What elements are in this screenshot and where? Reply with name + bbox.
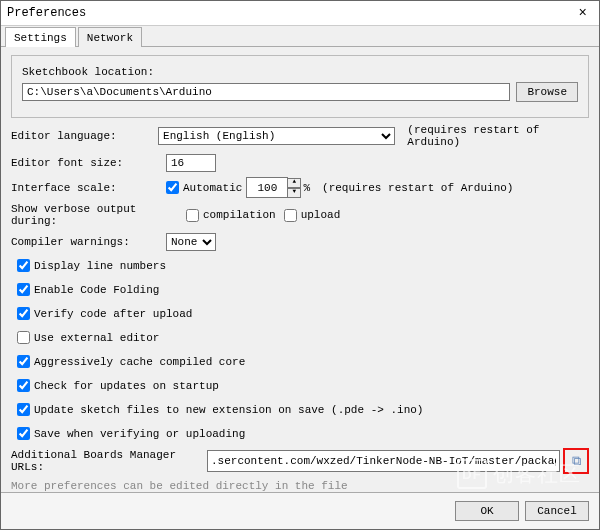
option-checkbox-7[interactable]	[17, 427, 30, 440]
option-checkbox-1[interactable]	[17, 283, 30, 296]
option-checkbox-4[interactable]	[17, 355, 30, 368]
option-label: Save when verifying or uploading	[34, 428, 245, 440]
option-label: Enable Code Folding	[34, 284, 159, 296]
scale-input[interactable]	[246, 177, 288, 198]
dialog-footer: OK Cancel	[1, 492, 599, 529]
option-checkbox-2[interactable]	[17, 307, 30, 320]
option-label: Verify code after upload	[34, 308, 192, 320]
editor-language-note: (requires restart of Arduino)	[407, 124, 589, 148]
editor-language-label: Editor language:	[11, 130, 158, 142]
option-row: Check for updates on startup	[11, 376, 589, 395]
boards-manager-label: Additional Boards Manager URLs:	[11, 449, 207, 473]
font-size-row: Editor font size:	[11, 153, 589, 172]
window-expand-icon: ⧉	[572, 454, 581, 469]
tab-network[interactable]: Network	[78, 27, 142, 47]
compilation-checkbox[interactable]	[186, 209, 199, 222]
more-prefs-note: More preferences can be edited directly …	[11, 480, 589, 492]
titlebar: Preferences ×	[1, 1, 599, 26]
sketchbook-label: Sketchbook location:	[22, 66, 578, 78]
option-row: Use external editor	[11, 328, 589, 347]
sketchbook-group: Sketchbook location: Browse	[11, 55, 589, 118]
sketchbook-path-input[interactable]	[22, 83, 510, 101]
pct-label: %	[303, 182, 310, 194]
option-label: Aggressively cache compiled core	[34, 356, 245, 368]
compiler-warnings-row: Compiler warnings: None	[11, 232, 589, 251]
cancel-button[interactable]: Cancel	[525, 501, 589, 521]
editor-language-select[interactable]: English (English)	[158, 127, 395, 145]
automatic-label: Automatic	[183, 182, 242, 194]
browse-button[interactable]: Browse	[516, 82, 578, 102]
option-checkbox-0[interactable]	[17, 259, 30, 272]
option-row: Verify code after upload	[11, 304, 589, 323]
interface-scale-label: Interface scale:	[11, 182, 166, 194]
verbose-label: Show verbose output during:	[11, 203, 186, 227]
option-label: Display line numbers	[34, 260, 166, 272]
options-list: Display line numbersEnable Code FoldingV…	[11, 256, 589, 443]
interface-scale-row: Interface scale: Automatic ▲▼ % (require…	[11, 177, 589, 198]
boards-manager-expand-button[interactable]: ⧉	[563, 448, 589, 474]
compiler-warnings-select[interactable]: None	[166, 233, 216, 251]
window-title: Preferences	[7, 1, 86, 25]
compilation-label: compilation	[203, 209, 276, 221]
settings-panel: Sketchbook location: Browse Editor langu…	[1, 47, 599, 526]
option-label: Use external editor	[34, 332, 159, 344]
close-icon[interactable]: ×	[573, 1, 593, 25]
font-size-label: Editor font size:	[11, 157, 166, 169]
option-row: Save when verifying or uploading	[11, 424, 589, 443]
scale-spinner[interactable]: ▲▼	[287, 178, 301, 198]
option-label: Check for updates on startup	[34, 380, 219, 392]
ok-button[interactable]: OK	[455, 501, 519, 521]
automatic-checkbox[interactable]	[166, 181, 179, 194]
option-label: Update sketch files to new extension on …	[34, 404, 423, 416]
tabs: Settings Network	[1, 26, 599, 47]
option-row: Aggressively cache compiled core	[11, 352, 589, 371]
tab-settings[interactable]: Settings	[5, 27, 76, 47]
boards-manager-url-input[interactable]	[207, 450, 560, 472]
upload-label: upload	[301, 209, 341, 221]
option-checkbox-6[interactable]	[17, 403, 30, 416]
font-size-input[interactable]	[166, 154, 216, 172]
verbose-row: Show verbose output during: compilation …	[11, 203, 589, 227]
option-checkbox-5[interactable]	[17, 379, 30, 392]
interface-scale-note: (requires restart of Arduino)	[322, 182, 513, 194]
upload-checkbox[interactable]	[284, 209, 297, 222]
option-row: Enable Code Folding	[11, 280, 589, 299]
preferences-window: Preferences × Settings Network Sketchboo…	[0, 0, 600, 530]
boards-manager-row: Additional Boards Manager URLs: ⧉	[11, 448, 589, 474]
option-row: Display line numbers	[11, 256, 589, 275]
compiler-warnings-label: Compiler warnings:	[11, 236, 166, 248]
editor-language-row: Editor language: English (English) (requ…	[11, 124, 589, 148]
option-row: Update sketch files to new extension on …	[11, 400, 589, 419]
option-checkbox-3[interactable]	[17, 331, 30, 344]
